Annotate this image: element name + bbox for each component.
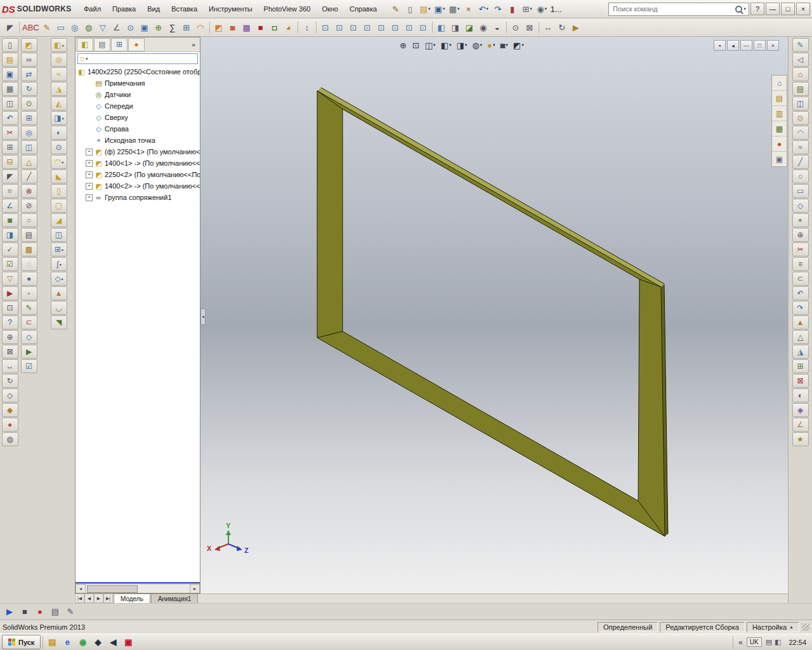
delete-tool-icon[interactable]: ⊠ [792, 374, 809, 388]
paste-icon[interactable]: ⊟ [2, 155, 18, 169]
insert-component-icon[interactable]: ◩ [21, 38, 37, 52]
assembly-xpert-icon[interactable]: ☑ [21, 359, 37, 373]
instant3d-icon[interactable]: ▲ [51, 286, 67, 300]
loft-tool-icon[interactable]: ◮ [792, 345, 809, 359]
line-tool-icon[interactable]: ╱ [792, 155, 809, 169]
window-pin-icon[interactable]: ▪ [714, 40, 726, 51]
appearance-target-icon[interactable]: ◙ [226, 21, 240, 34]
frame-model[interactable]: X Y Z [200, 37, 788, 594]
propertymanager-tab[interactable]: ▤ [94, 38, 110, 51]
draft-icon[interactable]: ◢ [51, 213, 67, 227]
sum-icon[interactable]: ∑ [166, 21, 180, 34]
mirror-components-icon[interactable]: ◫ [21, 140, 37, 154]
mass-properties-icon[interactable]: ◙ [2, 213, 18, 227]
shade-tool-icon[interactable]: ◐ [792, 388, 809, 402]
tab-model[interactable]: Модель [114, 594, 150, 603]
hole-wizard-icon[interactable]: ⊙ [51, 140, 67, 154]
display-style-icon[interactable]: ◨ [449, 21, 462, 34]
search-icon[interactable] [735, 6, 742, 13]
capture-icon[interactable]: ◉▾ [535, 3, 549, 15]
save-doc-icon[interactable]: ▣ [2, 67, 18, 81]
appearance-tool-icon[interactable]: ● [2, 418, 18, 432]
zoom-fit-tool-icon[interactable]: ⊕ [2, 330, 18, 344]
scrollbar-track[interactable] [86, 585, 190, 593]
displaymanager-tab[interactable]: ● [128, 38, 145, 51]
convert-tool-icon[interactable]: ⊂ [792, 272, 809, 286]
expand-icon[interactable]: + [86, 171, 93, 178]
select-tool-icon[interactable]: ◤ [2, 169, 18, 183]
hide-show-icon[interactable]: ◍▾ [471, 39, 483, 51]
macro-icon[interactable]: ▶ [2, 286, 18, 300]
scroll-left-icon[interactable]: ◂ [75, 584, 86, 594]
new-doc-icon[interactable]: ▯ [2, 38, 18, 52]
scrollbar-th umb[interactable] [87, 585, 138, 593]
cut-extrude-icon[interactable]: ◨▾ [51, 111, 67, 125]
help-button[interactable]: ? [750, 3, 764, 15]
tab-scroll-first-icon[interactable]: |◀ [75, 594, 84, 603]
menu-item[interactable]: Вставка [166, 3, 203, 15]
redo-view-icon[interactable]: ↷ [792, 301, 809, 315]
zoom-fit-icon[interactable]: ⊕ [398, 39, 409, 51]
offset-tool-icon[interactable]: ≡ [792, 257, 809, 271]
shaded-icon[interactable]: ◆ [2, 403, 18, 417]
open-doc-icon[interactable]: ▤ [2, 53, 18, 67]
move-component-icon[interactable]: ⇄ [21, 67, 37, 81]
camera-view-icon[interactable]: ◉ [476, 21, 490, 34]
autoballoon-icon[interactable]: ◍ [82, 21, 96, 34]
back-view-icon[interactable]: ⊡ [332, 21, 346, 34]
circle-tool-icon[interactable]: ○ [792, 169, 809, 183]
menu-item[interactable]: Вид [141, 3, 166, 15]
record-icon[interactable]: ● [33, 606, 47, 618]
tree-item-mates-group[interactable]: + ∞ Группа сопряжений1 [75, 192, 200, 203]
app-tray-icon[interactable]: ◧ [775, 638, 781, 646]
bottom-view-icon[interactable]: ⊡ [388, 21, 402, 34]
filter-caret-icon[interactable]: ▾ [86, 56, 88, 62]
new-file-icon[interactable]: ▯ [403, 3, 417, 15]
move-arrow-icon[interactable]: ↕ [300, 21, 314, 34]
scene-tool-icon[interactable]: ◍ [2, 432, 18, 446]
keyboard-tray-icon[interactable]: ▤ [766, 638, 772, 646]
shadows-icon[interactable]: ◒ [490, 21, 504, 34]
scene-icon[interactable]: ■ [254, 21, 268, 34]
ie-icon[interactable]: e [60, 635, 74, 649]
window-back-icon[interactable]: ◂ [727, 40, 739, 51]
revision-cloud-icon[interactable]: ◠ [193, 21, 207, 34]
feature-filter-input[interactable] [89, 55, 195, 63]
render-icon[interactable]: ◕ [282, 21, 296, 34]
panel-tabs-more[interactable]: » [188, 39, 199, 51]
fillet-icon[interactable]: ◠▾ [51, 155, 67, 169]
undo-icon[interactable]: ↶▾ [476, 3, 490, 15]
view-palette-icon[interactable]: ▦ [772, 121, 787, 136]
featuremanager-tab[interactable]: ◧ [77, 38, 93, 51]
smart-fasteners-icon[interactable]: ⊙ [21, 96, 37, 110]
sweep-icon[interactable]: ≈ [51, 67, 67, 81]
tab-scroll-prev-icon[interactable]: ◀ [84, 594, 94, 603]
menu-item[interactable]: Файл [78, 3, 107, 15]
tree-item-component-1400-2[interactable]: + ◩ 1400<2> -> (По умолчанию<< [75, 180, 200, 192]
suppress-icon[interactable]: ▫ [21, 286, 37, 300]
explode-lines-icon[interactable]: ╱ [21, 169, 37, 183]
rotate-view-icon[interactable]: ↻ [555, 21, 569, 34]
print-preview-icon[interactable]: ◫ [2, 96, 18, 110]
fly-through-icon[interactable]: ▶ [569, 21, 583, 34]
point-tool-icon[interactable]: ⌖ [792, 213, 809, 227]
view-orientation-icon[interactable]: ◧ [435, 21, 449, 34]
show-components-icon[interactable]: ● [21, 272, 37, 286]
revolve-icon[interactable]: ◎ [51, 53, 67, 67]
sheet-metal-icon[interactable]: ◥ [51, 315, 67, 329]
shell-icon[interactable]: ▢ [51, 199, 67, 213]
right-view-icon[interactable]: ⊡ [360, 21, 374, 34]
tab-animation1[interactable]: Анимация1 [151, 594, 199, 603]
chrome-icon[interactable]: ◉ [75, 635, 89, 649]
section-view-icon[interactable]: ◫▾ [424, 39, 437, 51]
mirror-feature-icon[interactable]: ◫ [51, 228, 67, 242]
more-label[interactable]: 1... [549, 3, 563, 15]
clock[interactable]: 22:54 [785, 639, 810, 646]
wireframe-icon[interactable]: ◇ [2, 388, 18, 402]
menu-item[interactable]: Инструменты [203, 3, 258, 15]
menu-item[interactable]: Окно [316, 3, 344, 15]
mirror-tool-icon[interactable]: ▲ [792, 315, 809, 329]
animation-wizard-icon[interactable]: ▤ [48, 606, 62, 618]
print-doc-icon[interactable]: ▦ [2, 82, 18, 96]
isometric-view-icon[interactable]: ⊡ [402, 21, 416, 34]
